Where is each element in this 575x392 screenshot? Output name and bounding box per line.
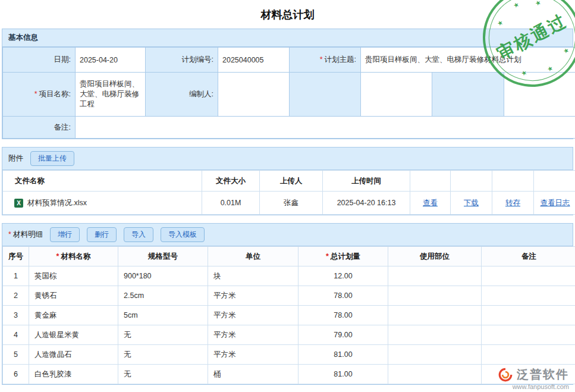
compiler-label-cell: 编制人:: [146, 73, 218, 117]
cell-usage-part[interactable]: [388, 325, 482, 345]
import-template-button[interactable]: 导入模板: [161, 227, 205, 242]
plan-subject-label-cell: *计划主题:: [290, 48, 361, 73]
cell-material-name[interactable]: 人造微晶石: [29, 345, 118, 365]
plan-subject-value: 贵阳项目样板间、大堂、电梯厅装修材料总计划: [365, 55, 521, 64]
col-unit: 单位: [208, 247, 299, 266]
col-remark: 备注: [482, 247, 575, 266]
cell-remark[interactable]: [482, 266, 575, 286]
required-marker: *: [320, 55, 323, 64]
material-detail-title-text: 材料明细: [13, 230, 43, 239]
col-usage-part: 使用部位: [388, 247, 482, 266]
transfer-link[interactable]: 转存: [505, 199, 520, 207]
add-row-button[interactable]: 增行: [50, 227, 80, 242]
attachments-section-header: 附件 批量上传: [2, 148, 573, 170]
basic-info-row-1: 日期: 2025-04-20 计划编号: 2025040005 *计划主题: 贵…: [3, 48, 575, 73]
cell-usage-part[interactable]: [388, 286, 482, 306]
cell-total-qty[interactable]: 81.00: [299, 365, 388, 384]
brand-name: 泛普软件: [517, 366, 569, 382]
cell-unit[interactable]: 桶: [208, 365, 299, 384]
cell-unit[interactable]: 块: [208, 266, 299, 286]
material-detail-section-header: *材料明细 增行 删行 导入 导入模板: [2, 224, 573, 246]
project-name-value-cell: 贵阳项目样板间、大堂、电梯厅装修工程: [76, 73, 146, 117]
view-log-link[interactable]: 查看日志: [541, 199, 570, 207]
cell-seq: 2: [3, 286, 29, 306]
fanpu-logo-icon: [498, 367, 513, 382]
download-link[interactable]: 下载: [464, 199, 479, 207]
cell-material-name[interactable]: 人造银星米黄: [29, 325, 118, 345]
cell-total-qty[interactable]: 81.00: [299, 345, 388, 365]
empty-label-cell: [432, 73, 504, 117]
cell-total-qty[interactable]: 79.00: [299, 325, 388, 345]
cell-total-qty[interactable]: 12.00: [299, 266, 388, 286]
view-link[interactable]: 查看: [423, 199, 438, 207]
empty-value-cell: [361, 73, 432, 117]
col-material-name-text: 材料名称: [61, 252, 90, 261]
import-button[interactable]: 导入: [124, 227, 153, 242]
basic-info-table: 日期: 2025-04-20 计划编号: 2025040005 *计划主题: 贵…: [2, 47, 575, 139]
cell-remark[interactable]: [482, 345, 575, 365]
cell-unit[interactable]: 平方米: [208, 345, 299, 365]
col-total-qty: *总计划量: [299, 247, 388, 266]
brand-site-url: www.fanpusoft.com: [513, 383, 569, 390]
cell-usage-part[interactable]: [388, 266, 482, 286]
page-root: 材料总计划 基本信息 日期: 2025-04-20 计划编号: 20250400…: [0, 0, 575, 385]
cell-material-name[interactable]: 黄锈石: [29, 286, 118, 306]
action-log-cell: 查看日志: [534, 192, 575, 215]
plan-no-value-cell: 2025040005: [218, 48, 290, 73]
col-file-name: 文件名称: [3, 171, 202, 192]
file-name: 材料预算情况.xlsx: [27, 198, 87, 208]
empty-value-cell: [504, 73, 575, 117]
material-row: 1 英国棕 900*180 块 12.00: [3, 266, 575, 286]
col-actions-empty: [492, 171, 534, 192]
material-row: 5 人造微晶石 无 平方米 81.00: [3, 345, 575, 365]
compiler-value-cell: [218, 73, 290, 117]
action-download-cell: 下载: [451, 192, 492, 215]
cell-remark[interactable]: [482, 286, 575, 306]
project-name-label: 项目名称:: [39, 90, 71, 98]
cell-usage-part[interactable]: [388, 306, 482, 325]
cell-total-qty[interactable]: 78.00: [299, 286, 388, 306]
material-row: 4 人造银星米黄 无 平方米 79.00: [3, 325, 575, 345]
cell-usage-part[interactable]: [388, 365, 482, 384]
cell-spec[interactable]: 2.5cm: [118, 286, 208, 306]
cell-seq: 3: [3, 306, 29, 325]
cell-seq: 1: [3, 266, 29, 286]
attachments-header-row: 文件名称 文件大小 上传人 上传时间: [3, 171, 575, 192]
project-name-value: 贵阳项目样板间、大堂、电梯厅装修工程: [80, 80, 139, 108]
delete-row-button[interactable]: 删行: [87, 227, 117, 242]
cell-spec[interactable]: 无: [118, 345, 208, 365]
date-label-cell: 日期:: [3, 48, 76, 73]
compiler-label: 编制人:: [189, 90, 213, 98]
required-marker: *: [34, 90, 37, 98]
cell-material-name[interactable]: 白色乳胶漆: [29, 365, 118, 384]
material-detail-table: 序号 *材料名称 规格型号 单位 *总计划量 使用部位 备注 1 英国棕 900…: [2, 246, 575, 384]
plan-subject-value-cell: 贵阳项目样板间、大堂、电梯厅装修材料总计划: [361, 48, 575, 73]
basic-info-panel: 基本信息 日期: 2025-04-20 计划编号: 2025040005 *计划…: [2, 29, 573, 139]
cell-material-name[interactable]: 黄金麻: [29, 306, 118, 325]
date-label: 日期:: [54, 55, 71, 64]
material-row: 6 白色乳胶漆 无 桶 81.00: [3, 365, 575, 384]
required-marker: *: [326, 252, 329, 261]
date-value: 2025-04-20: [80, 56, 118, 64]
cell-material-name[interactable]: 英国棕: [29, 266, 118, 286]
col-seq: 序号: [3, 247, 29, 266]
cell-spec[interactable]: 无: [118, 325, 208, 345]
batch-upload-button[interactable]: 批量上传: [30, 151, 74, 166]
cell-remark[interactable]: [482, 325, 575, 345]
uploader-cell: 张鑫: [260, 192, 323, 215]
cell-usage-part[interactable]: [388, 345, 482, 365]
date-value-cell: 2025-04-20: [76, 48, 146, 73]
file-name-cell: X 材料预算情况.xlsx: [3, 192, 202, 215]
cell-total-qty[interactable]: 78.00: [299, 306, 388, 325]
cell-unit[interactable]: 平方米: [208, 286, 299, 306]
cell-unit[interactable]: 平方米: [208, 306, 299, 325]
cell-spec[interactable]: 5cm: [118, 306, 208, 325]
cell-spec[interactable]: 900*180: [118, 266, 208, 286]
cell-unit[interactable]: 平方米: [208, 325, 299, 345]
cell-seq: 4: [3, 325, 29, 345]
material-detail-header-row: 序号 *材料名称 规格型号 单位 *总计划量 使用部位 备注: [3, 247, 575, 266]
cell-spec[interactable]: 无: [118, 365, 208, 384]
plan-no-label: 计划编号:: [182, 55, 213, 64]
cell-remark[interactable]: [482, 306, 575, 325]
remark-label-cell: 备注:: [3, 117, 76, 139]
